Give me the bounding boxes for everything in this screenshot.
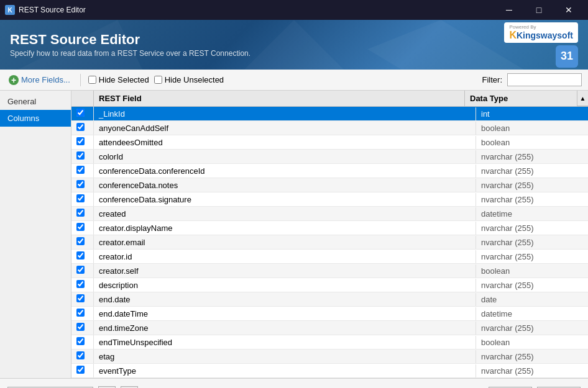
table-row[interactable]: creator.selfboolean — [71, 264, 588, 278]
row-checkbox[interactable] — [76, 266, 85, 274]
table-row[interactable]: creator.idnvarchar (255) — [71, 250, 588, 264]
row-data-type: nvarchar (255) — [476, 250, 588, 263]
row-data-type: boolean — [476, 122, 588, 135]
maximize-button[interactable]: □ — [525, 0, 553, 20]
table-row[interactable]: conferenceData.notesnvarchar (255) — [71, 178, 588, 192]
table-row[interactable]: anyoneCanAddSelfboolean — [71, 121, 588, 135]
table-row[interactable]: createddatetime — [71, 207, 588, 221]
row-checkbox[interactable] — [76, 223, 85, 231]
row-checkbox-cell[interactable] — [71, 135, 94, 149]
row-data-type: nvarchar (255) — [476, 193, 588, 206]
filter-input[interactable] — [507, 73, 582, 86]
row-data-type: nvarchar (255) — [476, 165, 588, 178]
row-checkbox[interactable] — [76, 366, 85, 374]
row-checkbox[interactable] — [76, 123, 85, 131]
row-data-type: nvarchar (255) — [476, 150, 588, 163]
row-checkbox[interactable] — [76, 151, 85, 160]
row-checkbox-cell[interactable] — [71, 307, 94, 320]
hide-selected-checkbox[interactable] — [88, 76, 96, 84]
table-row[interactable]: creator.displayNamenvarchar (255) — [71, 221, 588, 235]
hide-unselected-text: Hide Unselected — [165, 75, 224, 84]
table-row[interactable]: attendeesOmittedboolean — [71, 135, 588, 150]
table-row[interactable]: creator.emailnvarchar (255) — [71, 235, 588, 250]
table-body[interactable]: _LinkIdintanyoneCanAddSelfbooleanattende… — [71, 107, 588, 378]
row-field-name: end.timeZone — [94, 322, 476, 335]
row-checkbox[interactable] — [76, 109, 85, 117]
row-checkbox[interactable] — [76, 194, 85, 202]
table-row[interactable]: conferenceData.conferenceIdnvarchar (255… — [71, 164, 588, 178]
row-field-name: attendeesOmitted — [94, 136, 476, 149]
hide-unselected-checkbox[interactable] — [154, 76, 162, 84]
brand-k: K — [509, 30, 517, 40]
title-bar-title: REST Source Editor — [19, 6, 495, 14]
row-checkbox[interactable] — [76, 323, 85, 331]
close-button[interactable]: ✕ — [554, 0, 583, 20]
row-checkbox-cell[interactable] — [71, 221, 94, 235]
row-checkbox-cell[interactable] — [71, 235, 94, 249]
more-fields-button[interactable]: + More Fields... — [6, 74, 73, 86]
table-row[interactable]: conferenceData.signaturenvarchar (255) — [71, 192, 588, 207]
row-field-name: conferenceData.conferenceId — [94, 165, 476, 178]
row-checkbox-cell[interactable] — [71, 107, 94, 120]
plus-icon: + — [9, 75, 19, 85]
table-row[interactable]: end.timeZonenvarchar (255) — [71, 321, 588, 335]
row-checkbox[interactable] — [76, 237, 85, 245]
row-field-name: endTimeUnspecified — [94, 336, 476, 349]
row-checkbox[interactable] — [76, 294, 85, 302]
header-text: REST Source Editor Specify how to read d… — [10, 32, 504, 58]
hide-selected-label[interactable]: Hide Selected — [88, 75, 149, 84]
row-checkbox[interactable] — [76, 337, 85, 345]
row-checkbox-cell[interactable] — [71, 250, 94, 263]
row-checkbox-cell[interactable] — [71, 192, 94, 206]
row-checkbox-cell[interactable] — [71, 207, 94, 220]
table-row[interactable]: end.dateTimedatetime — [71, 307, 588, 321]
row-checkbox[interactable] — [76, 251, 85, 259]
row-field-name: conferenceData.notes — [94, 179, 476, 192]
table-row[interactable]: end.datedate — [71, 292, 588, 307]
table-row[interactable]: _LinkIdint — [71, 107, 588, 121]
brand-label: KKingswaysoft — [509, 30, 573, 41]
row-field-name: end.date — [94, 293, 476, 306]
scroll-arrow-top: ▲ — [577, 91, 588, 106]
table-row[interactable]: colorIdnvarchar (255) — [71, 150, 588, 164]
row-checkbox-cell[interactable] — [71, 164, 94, 178]
table-button[interactable]: ⊞ — [121, 386, 138, 389]
row-data-type: int — [476, 107, 588, 120]
tab-columns[interactable]: Columns — [0, 110, 71, 127]
title-bar: K REST Source Editor ─ □ ✕ — [0, 0, 588, 20]
row-checkbox-cell[interactable] — [71, 178, 94, 192]
row-checkbox[interactable] — [76, 166, 85, 174]
row-checkbox[interactable] — [76, 351, 85, 359]
row-data-type: datetime — [476, 307, 588, 320]
table-row[interactable]: eventTypenvarchar (255) — [71, 364, 588, 378]
header-title: REST Source Editor — [10, 32, 504, 48]
toolbar-separator-1 — [80, 74, 81, 86]
row-checkbox-cell[interactable] — [71, 278, 94, 292]
table-row[interactable]: etagnvarchar (255) — [71, 350, 588, 364]
row-checkbox-cell[interactable] — [71, 150, 94, 163]
row-checkbox-cell[interactable] — [71, 364, 94, 377]
row-checkbox[interactable] — [76, 209, 85, 217]
row-checkbox-cell[interactable] — [71, 321, 94, 335]
row-data-type: boolean — [476, 264, 588, 277]
hide-unselected-label[interactable]: Hide Unselected — [154, 75, 224, 84]
more-fields-label: More Fields... — [21, 75, 70, 84]
row-checkbox[interactable] — [76, 309, 85, 317]
table-row[interactable]: descriptionnvarchar (255) — [71, 278, 588, 292]
tab-general[interactable]: General — [0, 93, 71, 110]
row-checkbox-cell[interactable] — [71, 335, 94, 349]
fx-button[interactable]: fx — [98, 386, 116, 389]
row-checkbox-cell[interactable] — [71, 121, 94, 135]
row-checkbox-cell[interactable] — [71, 264, 94, 277]
left-panel: General Columns — [0, 91, 71, 378]
row-checkbox[interactable] — [76, 137, 85, 145]
row-checkbox-cell[interactable] — [71, 292, 94, 306]
header-subtitle: Specify how to read data from a REST Ser… — [10, 49, 504, 58]
row-data-type: nvarchar (255) — [476, 279, 588, 292]
row-checkbox-cell[interactable] — [71, 350, 94, 363]
row-checkbox[interactable] — [76, 280, 85, 288]
row-checkbox[interactable] — [76, 180, 85, 188]
minimize-button[interactable]: ─ — [495, 0, 523, 20]
row-field-name: eventType — [94, 364, 476, 377]
table-row[interactable]: endTimeUnspecifiedboolean — [71, 335, 588, 350]
